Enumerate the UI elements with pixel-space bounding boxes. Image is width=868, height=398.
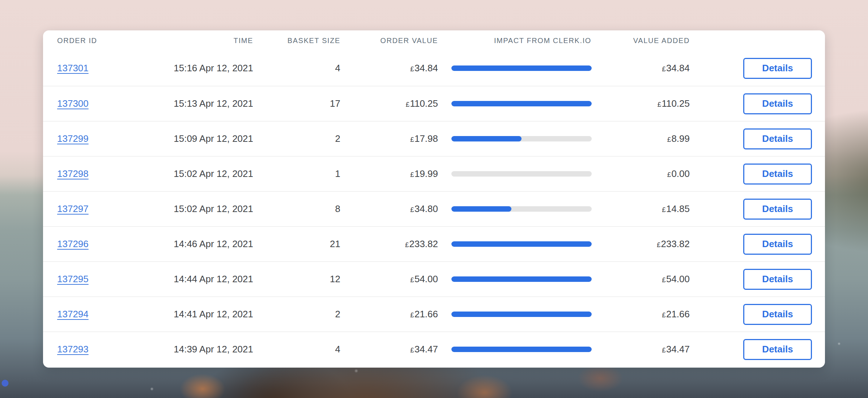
order-value-amount: 21.66 bbox=[414, 309, 438, 319]
order-id-link[interactable]: 137296 bbox=[57, 238, 89, 249]
details-button[interactable]: Details bbox=[743, 58, 812, 79]
impact-progress-fill bbox=[451, 206, 511, 212]
table-header-row: ORDER ID TIME BASKET SIZE ORDER VALUE IM… bbox=[43, 30, 825, 51]
order-value: £19.99 bbox=[340, 168, 438, 179]
impact-progress-fill bbox=[451, 312, 592, 317]
order-time: 15:13 Apr 12, 2021 bbox=[115, 98, 253, 109]
order-value-amount: 17.98 bbox=[414, 133, 438, 144]
order-value-amount: 54.00 bbox=[414, 274, 438, 284]
order-value-amount: 34.47 bbox=[414, 344, 438, 355]
order-id-link[interactable]: 137293 bbox=[57, 344, 89, 355]
order-id-link[interactable]: 137298 bbox=[57, 168, 89, 179]
impact-progress-track bbox=[451, 101, 592, 106]
order-id-link[interactable]: 137295 bbox=[57, 274, 89, 284]
basket-size: 2 bbox=[253, 133, 340, 144]
currency-symbol: £ bbox=[410, 171, 414, 178]
column-header-value-added: VALUE ADDED bbox=[599, 37, 690, 45]
column-header-order-value: ORDER VALUE bbox=[340, 37, 438, 45]
table-row: 137295 14:44 Apr 12, 2021 12 £54.00 £54.… bbox=[43, 261, 825, 296]
value-added: £233.82 bbox=[599, 238, 690, 250]
order-value: £34.84 bbox=[340, 63, 438, 74]
details-button[interactable]: Details bbox=[743, 199, 812, 220]
basket-size: 17 bbox=[253, 98, 340, 109]
column-header-basket-size: BASKET SIZE bbox=[253, 37, 340, 45]
impact-progress-fill bbox=[451, 65, 592, 71]
value-added-amount: 54.00 bbox=[666, 274, 690, 284]
value-added-amount: 14.85 bbox=[666, 203, 690, 214]
table-row: 137298 15:02 Apr 12, 2021 1 £19.99 £0.00… bbox=[43, 156, 825, 191]
currency-symbol: £ bbox=[406, 101, 410, 108]
impact-progress-track bbox=[451, 136, 592, 141]
value-added: £21.66 bbox=[599, 309, 690, 320]
table-row: 137299 15:09 Apr 12, 2021 2 £17.98 £8.99… bbox=[43, 121, 825, 156]
table-row: 137294 14:41 Apr 12, 2021 2 £21.66 £21.6… bbox=[43, 296, 825, 331]
impact-progress-track bbox=[451, 241, 592, 247]
order-value-amount: 34.84 bbox=[414, 63, 438, 73]
value-added: £0.00 bbox=[599, 168, 690, 179]
order-time: 14:41 Apr 12, 2021 bbox=[115, 309, 253, 320]
impact-progress-fill bbox=[451, 347, 592, 352]
order-id-link[interactable]: 137301 bbox=[57, 63, 89, 73]
basket-size: 4 bbox=[253, 344, 340, 355]
value-added-amount: 0.00 bbox=[671, 168, 690, 179]
value-added-amount: 21.66 bbox=[666, 309, 690, 319]
order-value-amount: 110.25 bbox=[410, 98, 438, 109]
currency-symbol: £ bbox=[405, 241, 409, 249]
value-added-amount: 8.99 bbox=[671, 133, 690, 144]
impact-progress-fill bbox=[451, 276, 592, 282]
impact-progress-fill bbox=[451, 136, 522, 141]
column-header-order-id: ORDER ID bbox=[43, 37, 115, 45]
order-value: £34.47 bbox=[340, 344, 438, 355]
details-button[interactable]: Details bbox=[743, 339, 812, 360]
table-row: 137293 14:39 Apr 12, 2021 4 £34.47 £34.4… bbox=[43, 331, 825, 367]
details-button[interactable]: Details bbox=[743, 234, 812, 255]
value-added-amount: 233.82 bbox=[661, 238, 690, 249]
details-button[interactable]: Details bbox=[743, 304, 812, 325]
order-value: £21.66 bbox=[340, 309, 438, 320]
table-row: 137297 15:02 Apr 12, 2021 8 £34.80 £14.8… bbox=[43, 191, 825, 226]
value-added-amount: 34.84 bbox=[666, 63, 690, 73]
currency-symbol: £ bbox=[657, 241, 661, 249]
details-button[interactable]: Details bbox=[743, 93, 812, 114]
basket-size: 8 bbox=[253, 203, 340, 215]
order-id-link[interactable]: 137297 bbox=[57, 203, 89, 214]
impact-progress-fill bbox=[451, 101, 592, 106]
value-added-amount: 110.25 bbox=[661, 98, 690, 109]
order-time: 15:09 Apr 12, 2021 bbox=[115, 133, 253, 144]
currency-symbol: £ bbox=[667, 136, 671, 143]
order-value: £17.98 bbox=[340, 133, 438, 144]
value-added: £34.47 bbox=[599, 344, 690, 355]
order-time: 14:39 Apr 12, 2021 bbox=[115, 344, 253, 355]
details-button[interactable]: Details bbox=[743, 128, 812, 149]
order-id-link[interactable]: 137294 bbox=[57, 309, 89, 319]
order-id-link[interactable]: 137299 bbox=[57, 133, 89, 144]
basket-size: 12 bbox=[253, 274, 340, 285]
order-time: 15:02 Apr 12, 2021 bbox=[115, 168, 253, 179]
impact-progress-track bbox=[451, 312, 592, 317]
value-added-amount: 34.47 bbox=[666, 344, 690, 355]
impact-progress-track bbox=[451, 206, 592, 212]
order-value: £110.25 bbox=[340, 98, 438, 109]
value-added: £54.00 bbox=[599, 274, 690, 285]
table-row: 137296 14:46 Apr 12, 2021 21 £233.82 £23… bbox=[43, 226, 825, 261]
order-time: 15:16 Apr 12, 2021 bbox=[115, 63, 253, 74]
orders-table-card: ORDER ID TIME BASKET SIZE ORDER VALUE IM… bbox=[43, 30, 825, 368]
impact-progress-track bbox=[451, 276, 592, 282]
order-id-link[interactable]: 137300 bbox=[57, 98, 89, 109]
currency-symbol: £ bbox=[658, 101, 661, 108]
table-row: 137301 15:16 Apr 12, 2021 4 £34.84 £34.8… bbox=[43, 51, 825, 86]
currency-symbol: £ bbox=[662, 206, 666, 213]
impact-progress-track bbox=[451, 65, 592, 71]
currency-symbol: £ bbox=[410, 136, 414, 143]
currency-symbol: £ bbox=[662, 65, 666, 73]
value-added: £14.85 bbox=[599, 203, 690, 215]
details-button[interactable]: Details bbox=[743, 164, 812, 185]
table-body: 137301 15:16 Apr 12, 2021 4 £34.84 £34.8… bbox=[43, 51, 825, 367]
basket-size: 2 bbox=[253, 309, 340, 320]
order-value-amount: 233.82 bbox=[409, 238, 438, 249]
order-time: 14:44 Apr 12, 2021 bbox=[115, 274, 253, 285]
order-value: £54.00 bbox=[340, 274, 438, 285]
value-added: £110.25 bbox=[599, 98, 690, 109]
impact-progress-track bbox=[451, 347, 592, 352]
details-button[interactable]: Details bbox=[743, 269, 812, 290]
